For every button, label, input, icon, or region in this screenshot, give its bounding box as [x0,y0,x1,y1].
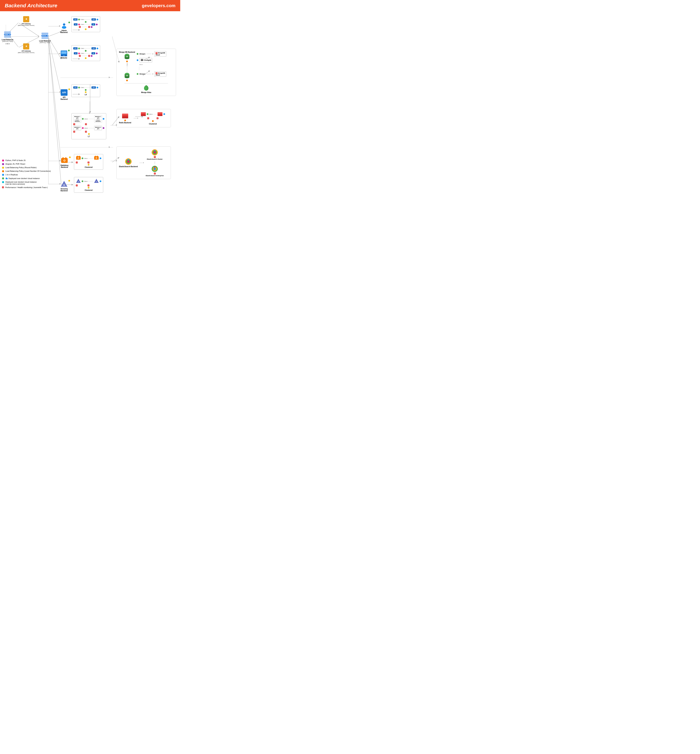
api-gw-bot-label: API Gateway [22,50,31,52]
legend-dot-5 [2,174,4,176]
wperf2: ✕ [88,55,90,57]
legend-item-4: Load Balancing Policy (Least Number Of C… [2,170,51,172]
mongodb-shard-bot: ✕ MongoDBShard [155,71,166,77]
svg-rect-107 [6,178,8,179]
website-1ton-1: 1 to n [81,48,84,49]
l4dot1 [78,87,80,88]
shard-perf1: ✕ [156,52,158,54]
mongo-r-vdash [139,67,139,70]
legend: Python, PHP & Node JS Angular JS, PHP, R… [2,160,51,190]
l7-yellow-dot [88,133,90,135]
main-canvas: Load Balancer (HAProxy / ELB) 1 to n ✦ A… [0,11,180,195]
api-gw-bot-sublabel: (With Authorisation Server) [18,52,34,53]
lb-left-sublabel: (HAProxy / ELB) [2,41,13,42]
api-gw-bot-svg: ✦ [23,43,30,50]
atlas-node: Mongo Atlas [141,85,151,93]
configdb-inner: ConfigDB [141,59,151,62]
legend-item-2: Angular JS, PHP, React [2,163,51,165]
svg-point-41 [62,26,66,29]
website-cluster-row2: UI 1 to n UI [73,52,98,55]
redis-arrow [134,117,138,119]
elastic-right: ✕ ElasticSearch Cluster ✕ [146,149,164,177]
redis-svg-main [122,113,128,119]
l7-mod1-box2: Module 1API 1 to xModules [94,115,102,123]
svg-text:V: V [78,181,79,183]
elastic-perf2: ✕ [154,173,156,174]
api-yellow-dot [68,88,70,90]
api-backend-label: APIBackend [61,96,68,100]
legend-dot-2 [2,163,4,165]
load-balancer-left-icon [4,31,11,38]
legend-dot-1 [2,160,4,161]
dot5 [91,26,92,28]
rperf2: ✕ [88,161,89,163]
svg-rect-59 [79,156,80,157]
arrow-to-admin [48,26,60,27]
redis-clustered-right: 1 to n ✕ ✕ C [141,111,165,125]
elastic-cluster-label: ElasticSearch Cluster [147,158,163,160]
m2dot2 [103,127,105,129]
api-gw-top-sublabel: (With Authorisation Server) [18,25,34,26]
r-1ton: 1 to n [84,158,88,159]
rabbit-perf-row: ✕ ✕ [76,161,102,163]
admin-ui-badge-2: UI [91,23,95,25]
lb-arrow-head [38,35,39,37]
rabbit-icon-2 [94,156,99,161]
l7perf3: ✕ [73,131,75,133]
svg-rect-94 [158,114,162,116]
admin-yellow-dot [85,28,86,30]
mongo-r-1ton: 1 to n [139,64,173,65]
r-yellow-dot [88,164,89,166]
svg-line-8 [48,38,61,94]
legend-label-7: Deployed over docker/ cloud instance(can… [5,181,37,185]
l7-mod1-box1: Module 1API 1 to xModules [73,115,81,123]
redis-dot1 [147,113,148,115]
verne-icon-2: V [94,178,99,184]
vernemq-backend-label: VernemqBackend [61,188,68,192]
redis-clustered-label: Clustered [149,123,157,125]
l4-center-dot [85,89,86,91]
l4-1ton: 1 to n [81,87,84,88]
wdot5 [91,55,92,57]
legend-item-7: Deployed over docker/ cloud instance(can… [2,181,51,185]
legend-label-2: Angular JS, PHP, React [5,163,25,165]
perf-badge-1: ✕ [79,26,81,28]
arrow-to-elastic-head [116,160,117,161]
vernemq-clustered-label: Clustered [76,189,102,191]
redis-left: Redis Backend [119,113,131,124]
mongo-v-dashed [127,67,127,72]
elastic-arrow [139,162,144,163]
website: Website [61,50,67,59]
v-1ton: 1 to n [84,181,88,182]
wdot2 [97,48,98,49]
rabbit-svg-s2 [94,156,99,160]
legend-dot-7 [2,181,4,183]
vdot1 [81,180,83,182]
svg-point-98 [128,159,129,160]
admin-ui-badge-1: UI [74,23,78,25]
wdot4 [96,53,98,54]
mongos-arrowhead2 [153,73,153,75]
svg-rect-93 [158,112,162,114]
m1dot1 [82,118,84,120]
elastic-section-box: ElasticSearch Backend [116,146,171,179]
verne-svg-s1: V [76,178,81,183]
admin-backend: AdminBackend [61,22,68,33]
legend-docker-icon [5,177,8,180]
svg-point-25 [5,34,6,35]
svg-rect-91 [141,114,146,116]
page-title: Backend Architecture [5,3,57,8]
svg-rect-90 [141,112,146,114]
svg-point-37 [44,35,44,36]
mongo-atlas-label: Mongo Atlas [141,91,151,93]
redis-svg-s1 [141,111,146,117]
svg-point-36 [42,35,43,36]
l4-api-badge-1: API [73,86,78,89]
verne-svg-s2: V [94,178,99,183]
redis-perf1: ✕ [147,117,149,119]
verne-yellow-dot [68,180,70,181]
admin-cluster-row1: API 1 to n API [73,18,98,20]
l7-mod2-box1: Module 2API [73,126,81,130]
l7perf4: ✕ [85,131,87,133]
redis-1ton: 1 to n [149,113,153,115]
